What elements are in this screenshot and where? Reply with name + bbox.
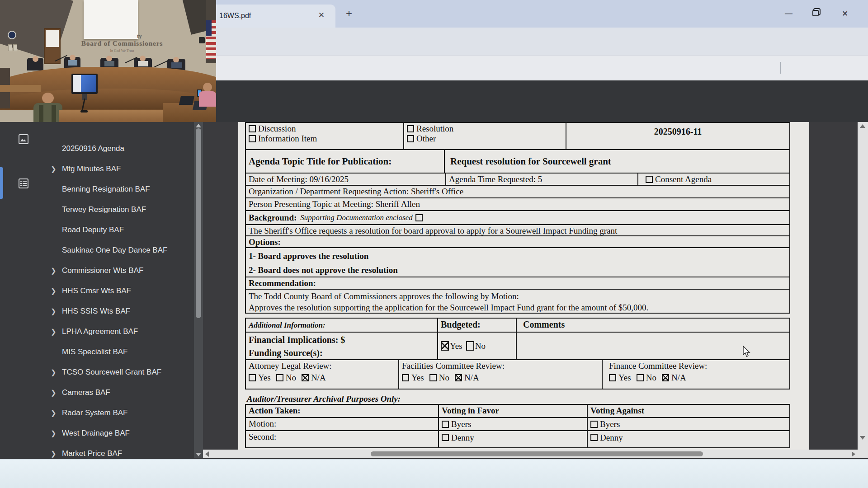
bookmark-item[interactable]: ❯ TCSO Sourcewell Grant BAF (0, 362, 190, 382)
side-table (0, 85, 41, 92)
bookmark-item-label[interactable]: Commissioner Wts BAF (62, 266, 143, 275)
bookmark-item[interactable]: ❯ Market Price BAF (0, 443, 190, 459)
wall-text-fragment: ty (137, 33, 142, 40)
bookmark-item-label[interactable]: Mtg Minutes BAF (62, 164, 121, 174)
attorney-yes-checkbox[interactable] (249, 374, 256, 381)
budgeted-no-checkbox[interactable] (466, 341, 474, 351)
bookmark-item[interactable]: ❯ Cameras BAF (0, 382, 190, 403)
bookmark-item-label[interactable]: Road Deputy BAF (62, 225, 124, 235)
bookmark-item[interactable]: ❯ HHS SSIS Wts BAF (0, 301, 190, 321)
information-item-checkbox[interactable] (249, 135, 256, 142)
bookmark-item-label[interactable]: 20250916 Agenda (62, 144, 124, 153)
bookmark-item-label[interactable]: West Drainage BAF (62, 429, 130, 438)
bookmark-item[interactable]: ❯ Terwey Resignation BAF (0, 199, 190, 220)
attorney-review-label: Attorney Legal Review: (249, 361, 396, 371)
new-tab-button[interactable]: + (346, 8, 352, 19)
against-byers-checkbox[interactable] (590, 421, 598, 428)
bookmark-item-label[interactable]: Market Price BAF (62, 449, 122, 458)
chevron-right-icon[interactable]: ❯ (51, 287, 57, 295)
scroll-down-arrow[interactable] (196, 453, 201, 456)
chevron-right-icon[interactable]: ❯ (51, 328, 57, 336)
favor-byers-checkbox[interactable] (442, 421, 449, 428)
type-option: Resolution (407, 124, 563, 134)
pdf-page: Discussion Information Item Resolution O… (238, 122, 809, 450)
window-minimize-button[interactable]: — (785, 9, 793, 18)
monitor-screen-panel (73, 75, 81, 92)
window-close-button[interactable]: ✕ (842, 9, 848, 19)
bookmark-item[interactable]: ❯ HHS Cmsr Wts BAF (0, 281, 190, 301)
desk-microphone (154, 60, 169, 67)
pdf-horizontal-scrollbar[interactable] (203, 450, 868, 458)
facilities-na-checkbox[interactable] (455, 374, 462, 381)
scroll-up-arrow[interactable] (860, 124, 865, 128)
scroll-up-arrow[interactable] (196, 124, 201, 127)
financial-implications: Financial Implications: $ (249, 333, 434, 347)
finance-no-checkbox[interactable] (637, 374, 644, 381)
scroll-right-arrow[interactable] (852, 451, 855, 457)
attorney-no-checkbox[interactable] (276, 374, 283, 381)
option-1: 1- Board approves the resolution (249, 249, 787, 263)
bookmark-outline-list: ❯ 20250916 Agenda ❯ Mtg Minutes BAF ❯ Be… (0, 138, 190, 459)
other-checkbox[interactable] (407, 135, 414, 142)
bookmark-item[interactable]: ❯ Radar System BAF (0, 403, 190, 423)
against-denny-checkbox[interactable] (590, 434, 598, 441)
finance-na-checkbox[interactable] (662, 374, 669, 381)
budgeted-yes-checkbox[interactable] (441, 341, 449, 351)
meeting-video-feed[interactable]: ty Board of Commissioners In God We Trus… (0, 0, 216, 122)
bookmark-item[interactable]: ❯ Saukinac One Day Dance BAF (0, 240, 190, 260)
second-label: Second: (246, 431, 438, 447)
scroll-down-arrow[interactable] (860, 436, 865, 440)
bookmark-item-label[interactable]: HHS SSIS Wts BAF (62, 307, 130, 316)
presenter: Person Presenting Topic at Meeting: Sher… (246, 198, 789, 210)
pdf-vertical-scrollbar[interactable] (858, 122, 868, 450)
bookmark-item[interactable]: ❯ Mtg Minutes BAF (0, 159, 190, 179)
bookmark-item-label[interactable]: HHS Cmsr Wts BAF (62, 286, 131, 296)
wall-camera (199, 37, 205, 43)
tab-close-icon[interactable]: ✕ (318, 10, 325, 20)
resolution-checkbox[interactable] (407, 125, 414, 132)
discussion-checkbox[interactable] (249, 125, 256, 132)
bookmark-item[interactable]: ❯ Benning Resignation BAF (0, 179, 190, 199)
scroll-left-arrow[interactable] (205, 451, 209, 457)
bookmark-item[interactable]: ❯ Road Deputy BAF (0, 220, 190, 240)
bookmark-item-label[interactable]: Saukinac One Day Dance BAF (62, 246, 167, 255)
chevron-right-icon[interactable]: ❯ (51, 450, 57, 458)
sidebar-scrollbar-thumb[interactable] (196, 128, 201, 318)
attorney-na-checkbox[interactable] (302, 374, 309, 381)
chevron-right-icon[interactable]: ❯ (51, 165, 57, 173)
bookmark-item[interactable]: ❯ LPHA Agreement BAF (0, 321, 190, 342)
bookmark-item[interactable]: ❯ 20250916 Agenda (0, 138, 190, 159)
bookmark-item-label[interactable]: MIS Specialist BAF (62, 347, 128, 357)
consent-agenda-checkbox[interactable] (646, 176, 653, 183)
chevron-right-icon[interactable]: ❯ (51, 429, 57, 437)
document-number: 20250916-11 (566, 123, 789, 149)
pdf-document-area[interactable]: Discussion Information Item Resolution O… (203, 122, 858, 459)
bookmark-item[interactable]: ❯ Commissioner Wts BAF (0, 260, 190, 281)
bookmark-item-label[interactable]: LPHA Agreement BAF (62, 327, 138, 336)
bookmark-item-label[interactable]: Terwey Resignation BAF (62, 205, 146, 214)
finance-yes-checkbox[interactable] (609, 374, 616, 381)
facilities-yes-checkbox[interactable] (402, 374, 409, 381)
documentation-checkbox[interactable] (415, 214, 423, 221)
chevron-right-icon[interactable]: ❯ (51, 267, 57, 275)
bookmark-item[interactable]: ❯ West Drainage BAF (0, 423, 190, 443)
form-presenter-row: Person Presenting Topic at Meeting: Sher… (245, 197, 790, 211)
browser-tab[interactable]: 16WS.pdf ✕ (206, 5, 335, 28)
addinfo-header-row: Additional Information: Budgeted: Commen… (245, 318, 790, 333)
pdf-hscroll-thumb[interactable] (371, 451, 703, 456)
voting-favor-label: Voting in Favor (438, 405, 587, 417)
chevron-right-icon[interactable]: ❯ (51, 409, 57, 417)
chevron-right-icon[interactable]: ❯ (51, 389, 57, 397)
organization: Organization / Department Requesting Act… (246, 186, 789, 197)
window-restore-button[interactable] (812, 10, 819, 16)
topic-label: Agenda Topic Title for Publication: (246, 150, 444, 173)
bookmark-item-label[interactable]: Cameras BAF (62, 388, 110, 397)
bookmark-item-label[interactable]: Radar System BAF (62, 408, 128, 418)
chevron-right-icon[interactable]: ❯ (51, 368, 57, 376)
bookmark-item[interactable]: ❯ MIS Specialist BAF (0, 342, 190, 362)
bookmark-item-label[interactable]: Benning Resignation BAF (62, 185, 150, 194)
favor-denny-checkbox[interactable] (442, 434, 449, 441)
chevron-right-icon[interactable]: ❯ (51, 307, 57, 315)
facilities-no-checkbox[interactable] (429, 374, 437, 381)
bookmark-item-label[interactable]: TCSO Sourcewell Grant BAF (62, 368, 161, 377)
